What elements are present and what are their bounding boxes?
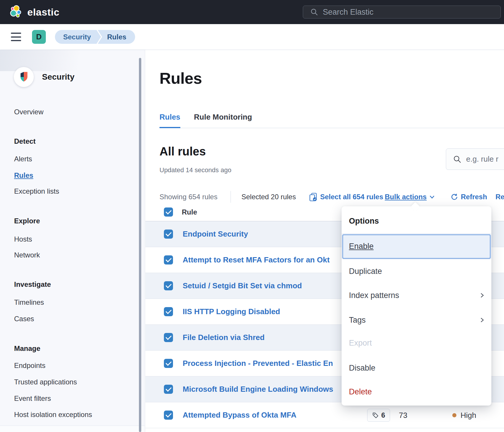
popover-title: Options — [349, 206, 379, 233]
rule-link[interactable]: Microsoft Build Engine Loading Windows — [183, 376, 333, 402]
row-checkbox[interactable] — [164, 255, 173, 264]
sidebar-footer — [0, 426, 145, 432]
security-shield-icon — [14, 67, 34, 87]
sidebar-item-overview[interactable]: Overview — [14, 108, 43, 116]
tags-badge[interactable]: 6 — [367, 409, 390, 422]
toolbar-divider — [231, 191, 231, 203]
selected-count: Selected 20 rules — [241, 190, 296, 204]
sidebar-header: Security — [14, 67, 75, 87]
menu-item-duplicate[interactable]: Duplicate — [349, 264, 382, 279]
updated-timestamp: Updated 14 seconds ago — [159, 166, 231, 174]
sidebar-item-timelines[interactable]: Timelines — [14, 298, 44, 307]
tab-rules[interactable]: Rules — [159, 108, 180, 128]
tab-rule-monitoring[interactable]: Rule Monitoring — [194, 108, 252, 128]
sidebar-section-investigate: Investigate — [14, 280, 51, 289]
sidebar-item-host-isolation-exceptions[interactable]: Host isolation exceptions — [14, 411, 92, 419]
breadcrumb-security[interactable]: Security — [55, 30, 101, 44]
menu-icon[interactable] — [11, 33, 21, 41]
sidebar-section-manage: Manage — [14, 344, 40, 353]
sidebar-item-event-filters[interactable]: Event filters — [14, 394, 51, 403]
section-title: All rules — [159, 145, 206, 158]
rule-link[interactable]: Setuid / Setgid Bit Set via chmod — [183, 273, 302, 299]
sidebar-section-detect: Detect — [14, 137, 36, 145]
menu-item-export: Export — [349, 336, 372, 350]
page-title: Rules — [159, 69, 202, 87]
row-checkbox[interactable] — [164, 385, 173, 394]
global-search-input[interactable] — [323, 8, 495, 17]
rule-link[interactable]: File Deletion via Shred — [183, 325, 265, 350]
avatar[interactable]: D — [32, 30, 46, 44]
menu-item-enable[interactable]: Enable — [342, 235, 490, 259]
menu-item-index-patterns[interactable]: Index patterns — [349, 288, 399, 303]
showing-count: Showing 654 rules — [159, 190, 217, 204]
menu-item-delete[interactable]: Delete — [349, 384, 372, 399]
sidebar-scrollbar[interactable] — [139, 58, 141, 432]
sidebar-item-trusted-applications[interactable]: Trusted applications — [14, 378, 77, 386]
menu-item-disable[interactable]: Disable — [349, 361, 375, 375]
breadcrumb: Security Rules — [55, 30, 135, 44]
sidebar-item-cases[interactable]: Cases — [14, 315, 34, 323]
tabs: Rules Rule Monitoring — [159, 108, 504, 128]
main-content: Rules Rules Rule Monitoring All rules Up… — [145, 50, 504, 432]
table-row: Attempted Bypass of Okta MFA 6 73 High — [145, 402, 504, 428]
sidebar-item-alerts[interactable]: Alerts — [14, 155, 32, 163]
row-checkbox[interactable] — [164, 411, 173, 420]
menu-item-tags[interactable]: Tags — [349, 313, 366, 327]
global-header: elastic — [0, 0, 504, 24]
sidebar-title: Security — [42, 72, 75, 82]
search-icon — [453, 155, 462, 164]
brand-name: elastic — [27, 6, 59, 18]
sidebar: Security Overview Detect Alerts Rules Ex… — [0, 50, 145, 432]
severity-dot-icon — [452, 413, 456, 417]
column-header-rule: Rule — [182, 203, 197, 221]
refresh-icon — [451, 193, 458, 201]
rules-search-input[interactable] — [466, 155, 504, 164]
breadcrumb-rules[interactable]: Rules — [98, 30, 135, 44]
tag-icon — [372, 412, 379, 419]
chevron-right-icon — [479, 317, 485, 323]
row-checkbox[interactable] — [164, 307, 173, 316]
search-icon — [310, 8, 318, 16]
elastic-logo-icon — [8, 5, 22, 19]
row-checkbox[interactable] — [164, 230, 173, 239]
select-all-button[interactable]: Select all 654 rules — [309, 190, 383, 204]
sidebar-item-network[interactable]: Network — [14, 251, 40, 259]
select-all-checkbox[interactable] — [164, 207, 173, 217]
row-checkbox[interactable] — [164, 281, 173, 290]
chevron-right-icon — [479, 292, 485, 298]
bulk-actions-button[interactable]: Bulk actions — [385, 190, 435, 204]
rules-toolbar: Showing 654 rules Selected 20 rules Sele… — [145, 190, 504, 204]
row-checkbox[interactable] — [164, 333, 173, 342]
clipped-action-button[interactable]: Re — [495, 190, 504, 204]
sidebar-item-endpoints[interactable]: Endpoints — [14, 361, 46, 370]
rule-link[interactable]: Attempt to Reset MFA Factors for an Okt — [183, 247, 330, 273]
rules-search[interactable] — [446, 148, 504, 170]
sidebar-section-explore: Explore — [14, 217, 40, 225]
bulk-actions-menu: Options Enable Duplicate Index patterns … — [342, 206, 491, 406]
chevron-down-icon — [429, 195, 435, 199]
breadcrumb-bar: D Security Rules — [0, 24, 504, 50]
copy-check-icon — [309, 192, 317, 202]
risk-score: 73 — [399, 402, 407, 428]
sidebar-item-exception-lists[interactable]: Exception lists — [14, 187, 59, 195]
sidebar-item-hosts[interactable]: Hosts — [14, 235, 32, 243]
severity-label: High — [461, 402, 476, 428]
row-checkbox[interactable] — [164, 359, 173, 368]
refresh-button[interactable]: Refresh — [451, 190, 487, 204]
global-search[interactable] — [303, 6, 501, 19]
rule-link[interactable]: IIS HTTP Logging Disabled — [183, 299, 280, 324]
rule-link[interactable]: Attempted Bypass of Okta MFA — [183, 402, 296, 428]
rule-link[interactable]: Endpoint Security — [183, 221, 248, 247]
sidebar-item-rules[interactable]: Rules — [14, 171, 33, 180]
rule-link[interactable]: Process Injection - Prevented - Elastic … — [183, 351, 333, 376]
popover-separator — [342, 233, 491, 234]
